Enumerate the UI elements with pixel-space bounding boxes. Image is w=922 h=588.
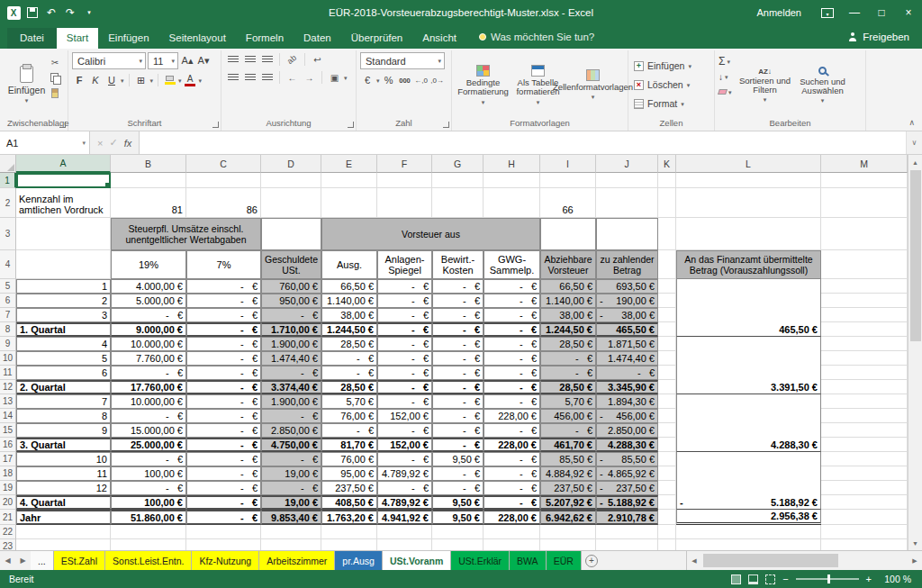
cell-M5[interactable] — [821, 279, 908, 294]
sheet-tab-Sonst.Leist.Entn.[interactable]: Sonst.Leist.Entn. — [105, 551, 192, 570]
cell-I17[interactable]: 85,50 € — [540, 452, 596, 466]
font-size-combo[interactable]: 11 ▾ — [148, 52, 178, 69]
cell-E16[interactable]: 81,70 € — [321, 438, 377, 452]
decrease-indent-icon[interactable]: ← — [285, 70, 300, 85]
underline-button[interactable]: U — [104, 73, 119, 87]
cell-K17[interactable] — [658, 452, 676, 466]
chevron-down-icon[interactable]: ▾ — [121, 77, 124, 84]
cell-M8[interactable] — [821, 322, 908, 337]
cell-D17[interactable]: - € — [261, 452, 321, 466]
cell-G4[interactable]: Bewirt.-Kosten — [432, 250, 484, 279]
cell-D1[interactable] — [261, 173, 321, 188]
sign-in-button[interactable]: Anmelden — [744, 7, 814, 18]
cell-D19[interactable]: - € — [261, 481, 321, 495]
cell-B7[interactable]: - € — [111, 308, 186, 322]
cut-icon[interactable]: ✂ — [48, 57, 62, 68]
cell-K23[interactable] — [658, 539, 676, 550]
cell-I7[interactable]: 38,00 € — [540, 308, 596, 322]
cell-E15[interactable]: - € — [321, 423, 377, 438]
cell-B23[interactable] — [111, 539, 186, 550]
cell-L7[interactable] — [676, 308, 821, 322]
sheet-tab-...[interactable]: ... — [31, 551, 54, 570]
cell-A21[interactable]: Jahr — [16, 510, 111, 525]
cell-I1[interactable] — [540, 173, 596, 188]
cell-K2[interactable] — [658, 188, 676, 218]
cell-L15[interactable] — [676, 423, 821, 438]
cell-F9[interactable]: - € — [377, 337, 432, 351]
align-right-icon[interactable] — [259, 70, 275, 85]
fill-button[interactable]: ↓ ▾ — [719, 70, 732, 83]
select-all-button[interactable] — [0, 155, 16, 173]
sheet-nav-right-icon[interactable]: ▶ — [15, 551, 31, 570]
insert-function-icon[interactable]: fx — [124, 138, 132, 149]
cell-G19[interactable]: - € — [432, 481, 484, 495]
cell-I15[interactable]: - € — [540, 423, 596, 438]
cell-M16[interactable] — [821, 438, 908, 452]
undo-icon[interactable]: ↶ — [43, 4, 59, 22]
cell-L14[interactable] — [676, 409, 821, 423]
new-sheet-button[interactable]: + — [582, 551, 601, 570]
cell-D3[interactable] — [261, 218, 321, 250]
cell-M18[interactable] — [821, 466, 908, 481]
cell-B5[interactable]: 4.000,00 € — [111, 279, 186, 294]
sheet-tab-Kfz-Nutzung[interactable]: Kfz-Nutzung — [192, 551, 259, 570]
cell-C15[interactable]: - € — [186, 423, 261, 438]
cell-J13[interactable]: 1.894,30 € — [596, 394, 658, 409]
cell-M19[interactable] — [821, 481, 908, 495]
cell-H12[interactable]: - € — [484, 380, 540, 394]
cell-L21[interactable]: 2.956,38 € — [676, 510, 821, 525]
cell-H15[interactable]: - € — [484, 423, 540, 438]
cell-J20[interactable]: -5.188,92 € — [596, 495, 658, 510]
cell-G7[interactable]: - € — [432, 308, 484, 322]
cell-D2[interactable] — [261, 188, 321, 218]
cell-M10[interactable] — [821, 351, 908, 366]
normal-view-icon[interactable] — [731, 574, 741, 584]
cancel-icon[interactable]: × — [97, 138, 103, 149]
cell-C17[interactable]: - € — [186, 452, 261, 466]
cell-H5[interactable]: - € — [484, 279, 540, 294]
cell-M17[interactable] — [821, 452, 908, 466]
cell-K6[interactable] — [658, 294, 676, 308]
cell-F15[interactable]: - € — [377, 423, 432, 438]
cell-L8[interactable]: 465,50 € — [676, 322, 821, 337]
cell-G12[interactable]: - € — [432, 380, 484, 394]
chevron-down-icon[interactable]: ▾ — [199, 77, 203, 84]
shrink-font-icon[interactable]: A▾ — [196, 54, 211, 68]
cell-I19[interactable]: 237,50 € — [540, 481, 596, 495]
cell-B6[interactable]: 5.000,00 € — [111, 294, 186, 308]
cell-E18[interactable]: 95,00 € — [321, 466, 377, 481]
cell-E22[interactable] — [321, 525, 377, 539]
row-header-12[interactable]: 12 — [0, 380, 16, 394]
sheet-tab-EÜR[interactable]: EÜR — [547, 551, 582, 570]
cell-H2[interactable] — [484, 188, 540, 218]
cell-K10[interactable] — [658, 351, 676, 366]
chevron-down-icon[interactable]: ▾ — [344, 75, 348, 81]
row-header-20[interactable]: 20 — [0, 495, 16, 510]
font-name-combo[interactable]: Calibri ▾ — [72, 52, 146, 69]
comma-style-icon[interactable]: 000 — [398, 73, 412, 87]
cell-B12[interactable]: 17.760,00 € — [111, 380, 186, 394]
cell-J21[interactable]: 2.910,78 € — [596, 510, 658, 525]
column-header-E[interactable]: E — [321, 155, 377, 173]
cell-I21[interactable]: 6.942,62 € — [540, 510, 596, 525]
save-icon[interactable] — [24, 4, 41, 22]
cell-H23[interactable] — [484, 539, 540, 550]
cell-G11[interactable]: - € — [432, 366, 484, 380]
cell-A10[interactable]: 5 — [16, 351, 111, 366]
bold-button[interactable]: F — [72, 73, 86, 87]
cell-A12[interactable]: 2. Quartal — [16, 380, 111, 394]
cell-H14[interactable]: 228,00 € — [484, 409, 540, 423]
cell-D23[interactable] — [261, 539, 321, 550]
cell-B4[interactable]: 19% — [111, 250, 186, 279]
cell-B20[interactable]: 100,00 € — [111, 495, 186, 510]
cell-E5[interactable]: 66,50 € — [321, 279, 377, 294]
dialog-launcher-icon[interactable] — [348, 122, 354, 128]
cell-M21[interactable] — [821, 510, 908, 525]
zoom-out-icon[interactable]: − — [782, 574, 788, 584]
cell-E21[interactable]: 1.763,20 € — [321, 510, 377, 525]
row-header-22[interactable]: 22 — [0, 525, 16, 539]
cell-H22[interactable] — [484, 525, 540, 539]
ribbon-tab-überprüfen[interactable]: Überprüfen — [341, 28, 413, 49]
column-header-B[interactable]: B — [111, 155, 186, 173]
cell-J8[interactable]: 465,50 € — [596, 322, 658, 337]
